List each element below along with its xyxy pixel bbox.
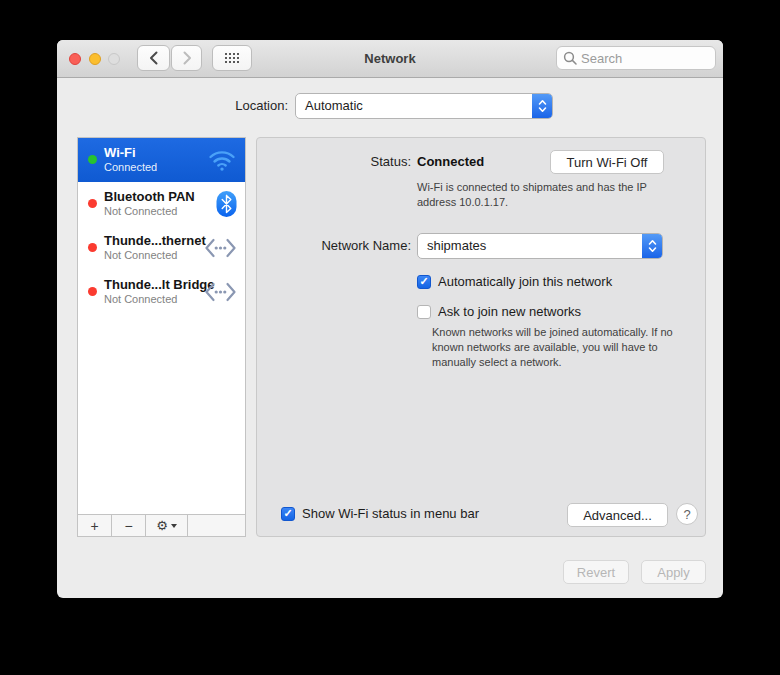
add-service-button[interactable]: +: [78, 515, 112, 536]
service-status: Not Connected: [104, 205, 195, 218]
status-value: Connected: [417, 154, 484, 169]
service-name: Thunde...lt Bridge: [104, 276, 215, 293]
titlebar: Network Search: [57, 40, 723, 78]
service-name: Wi-Fi: [104, 144, 157, 161]
service-status: Not Connected: [104, 293, 215, 306]
revert-button[interactable]: Revert: [563, 560, 629, 584]
back-button[interactable]: [137, 45, 170, 71]
zoom-button: [108, 53, 120, 65]
close-button[interactable]: [69, 53, 81, 65]
network-name-label: Network Name:: [257, 238, 411, 253]
ask-join-description: Known networks will be joined automatica…: [432, 325, 697, 370]
auto-join-label: Automatically join this network: [438, 274, 612, 289]
turn-wifi-off-button[interactable]: Turn Wi-Fi Off: [550, 150, 664, 174]
minimize-button[interactable]: [89, 53, 101, 65]
location-value: Automatic: [305, 94, 363, 118]
service-status: Connected: [104, 161, 157, 174]
menu-bar-row: ✓ Show Wi-Fi status in menu bar: [281, 506, 479, 521]
auto-join-row: ✓ Automatically join this network: [417, 274, 612, 289]
checkmark-icon: ✓: [283, 508, 292, 519]
show-all-button[interactable]: [212, 45, 252, 71]
gear-icon: ⚙: [156, 518, 168, 533]
service-item-bluetooth-pan[interactable]: Bluetooth PAN Not Connected: [78, 182, 245, 226]
chevron-down-icon: [171, 524, 177, 528]
wifi-detail-panel: Status: Connected Turn Wi-Fi Off Wi-Fi i…: [256, 137, 706, 537]
status-dot-red: [88, 199, 97, 208]
network-name-select[interactable]: shipmates: [417, 233, 663, 259]
ethernet-icon: [204, 238, 237, 259]
search-icon: [563, 51, 577, 65]
service-item-thunderbolt-ethernet[interactable]: Thunde...thernet Not Connected: [78, 226, 245, 270]
auto-join-checkbox[interactable]: ✓: [417, 275, 431, 289]
grid-icon: [225, 53, 227, 55]
services-toolbar: + − ⚙: [78, 514, 245, 536]
menu-bar-label: Show Wi-Fi status in menu bar: [302, 506, 479, 521]
actions-menu-button[interactable]: ⚙: [146, 515, 188, 536]
service-name: Bluetooth PAN: [104, 188, 195, 205]
network-preferences-window: Network Search Location: Automatic Wi-Fi…: [57, 40, 723, 598]
popup-chevrons-icon: [642, 234, 662, 258]
service-item-wifi[interactable]: Wi-Fi Connected: [78, 138, 245, 182]
services-list: Wi-Fi Connected Bluetooth PAN Not Connec…: [77, 137, 246, 537]
location-select[interactable]: Automatic: [295, 93, 553, 119]
apply-button[interactable]: Apply: [641, 560, 706, 584]
ethernet-icon: [204, 282, 237, 303]
chevron-left-icon: [148, 50, 160, 66]
service-status: Not Connected: [104, 249, 206, 262]
chevron-right-icon: [181, 50, 193, 66]
status-dot-red: [88, 287, 97, 296]
network-name-value: shipmates: [427, 234, 486, 258]
service-name: Thunde...thernet: [104, 232, 206, 249]
ask-join-row: ✓ Ask to join new networks: [417, 304, 581, 319]
menu-bar-checkbox[interactable]: ✓: [281, 507, 295, 521]
remove-service-button[interactable]: −: [112, 515, 146, 536]
forward-button[interactable]: [171, 45, 202, 71]
search-placeholder: Search: [581, 51, 622, 66]
status-description: Wi-Fi is connected to shipmates and has …: [417, 180, 679, 210]
status-label: Status:: [257, 154, 411, 169]
popup-chevrons-icon: [532, 94, 552, 118]
ask-join-label: Ask to join new networks: [438, 304, 581, 319]
ask-join-checkbox[interactable]: ✓: [417, 305, 431, 319]
wifi-icon: [207, 149, 237, 172]
advanced-button[interactable]: Advanced...: [567, 503, 668, 527]
status-dot-green: [88, 155, 97, 164]
help-button[interactable]: ?: [676, 503, 698, 525]
status-dot-red: [88, 243, 97, 252]
bluetooth-icon: [216, 191, 237, 218]
search-field[interactable]: Search: [556, 46, 716, 70]
location-label: Location:: [57, 93, 288, 119]
checkmark-icon: ✓: [419, 276, 428, 287]
service-item-thunderbolt-bridge[interactable]: Thunde...lt Bridge Not Connected: [78, 270, 245, 314]
